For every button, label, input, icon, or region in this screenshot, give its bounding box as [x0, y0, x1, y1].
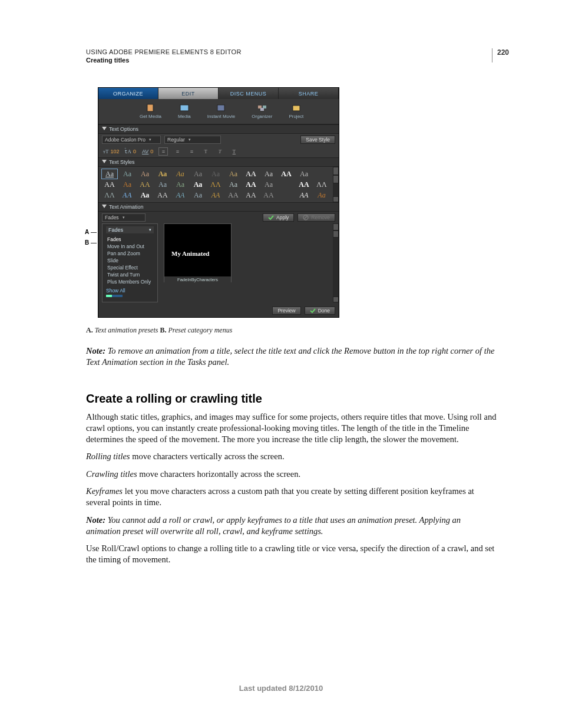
style-swatch[interactable]: Aa — [314, 190, 329, 200]
apply-button[interactable]: Apply — [263, 213, 294, 222]
svg-rect-8 — [293, 106, 300, 111]
style-swatch[interactable]: ΛΛ — [102, 190, 117, 200]
style-swatch[interactable]: Aa — [226, 180, 241, 189]
align-left-icon[interactable]: ≡ — [159, 148, 167, 155]
t-underline-icon[interactable]: T — [230, 148, 238, 155]
style-swatch[interactable]: AA — [208, 190, 223, 200]
style-swatch[interactable]: Aa — [155, 169, 170, 179]
tab-disc-menus[interactable]: DISC MENUS — [219, 88, 279, 99]
align-right-icon[interactable]: ≡ — [187, 148, 196, 155]
text-styles-grid: Aa Aa Aa Aa Aa Aa Aa Aa AA Aa AA Aa AA A… — [98, 167, 333, 202]
figure-caption: A. Text animation presets B. Preset cate… — [86, 326, 497, 335]
style-swatch[interactable]: AA — [137, 180, 153, 189]
style-swatch[interactable]: Aa — [296, 169, 312, 179]
text-styles-header[interactable]: Text Styles — [98, 157, 339, 167]
text-options-header[interactable]: Text Options — [98, 124, 339, 134]
category-item[interactable]: Slide — [106, 257, 154, 264]
get-media-button[interactable]: Get Media — [140, 104, 161, 119]
body-paragraph: Rolling titles move characters verticall… — [86, 451, 497, 462]
style-swatch[interactable]: Aa — [120, 169, 135, 179]
tab-organize[interactable]: ORGANIZE — [98, 88, 158, 99]
note-paragraph: Note: You cannot add a roll or crawl, or… — [86, 515, 497, 538]
preset-name-label: FadeInByCharacters — [164, 276, 231, 283]
style-swatch[interactable]: Aa — [173, 180, 188, 189]
style-swatch[interactable]: Aa — [190, 190, 206, 200]
twisty-down-icon — [102, 205, 107, 209]
prohibit-icon — [303, 215, 309, 220]
instant-movie-button[interactable]: Instant Movie — [207, 104, 236, 119]
screenshot-figure: A B ORGANIZE EDIT DISC MENUS SHARE Get M… — [98, 87, 348, 318]
style-swatch[interactable]: Aa — [137, 169, 153, 179]
style-swatch[interactable]: AA — [155, 190, 170, 200]
save-style-button[interactable]: Save Style — [300, 136, 335, 144]
body-paragraph: Use Roll/Crawl options to change a rolli… — [86, 543, 497, 566]
align-center-icon[interactable]: ≡ — [173, 148, 181, 155]
style-swatch[interactable]: Aa — [190, 169, 206, 179]
text-animation-header[interactable]: Text Animation — [98, 202, 339, 212]
style-swatch[interactable]: Aa — [208, 169, 223, 179]
kerning-field[interactable]: AV 0 — [142, 149, 153, 154]
animation-preview-tile[interactable]: My Animated FadeInByCharacters — [164, 223, 232, 282]
show-all-link[interactable]: Show All — [106, 288, 154, 294]
style-swatch[interactable]: AA — [243, 169, 259, 179]
style-swatch[interactable]: Aa — [261, 180, 276, 189]
animation-category-select[interactable]: Fades▾ — [102, 213, 146, 222]
done-button[interactable]: Done — [305, 307, 335, 315]
toolbar-icons: Get Media Media Instant Movie Organizer … — [98, 99, 339, 124]
body-paragraph: Keyframes let you move characters across… — [86, 486, 497, 509]
style-swatch[interactable]: Aa — [120, 180, 135, 189]
tab-share[interactable]: SHARE — [279, 88, 339, 99]
style-swatch[interactable]: AA — [226, 190, 241, 200]
category-dropdown-open[interactable]: Fades▾ — [106, 226, 154, 233]
doc-title: USING ADOBE PREMIERE ELEMENTS 8 EDITOR — [86, 48, 497, 55]
style-swatch[interactable]: Aa — [261, 169, 276, 179]
style-swatch[interactable]: AA — [296, 190, 312, 200]
style-swatch[interactable]: Aa — [137, 190, 153, 200]
svg-rect-7 — [260, 108, 264, 111]
project-button[interactable]: Project — [289, 104, 303, 119]
organizer-button[interactable]: Organizer — [252, 104, 272, 119]
panel-footer: Preview Done — [98, 305, 339, 317]
media-button[interactable]: Media — [178, 104, 191, 119]
category-item[interactable]: Twist and Turn — [106, 271, 154, 278]
animation-body: Fades▾ Fades Move In and Out Pan and Zoo… — [98, 223, 339, 305]
style-swatch[interactable]: AA — [120, 190, 135, 200]
category-item[interactable]: Special Effect — [106, 264, 154, 271]
weight-select[interactable]: Regular▾ — [164, 136, 221, 144]
style-swatch[interactable]: AA — [261, 190, 276, 200]
leading-field[interactable]: t̂A 0 — [125, 149, 136, 154]
style-swatch[interactable]: AA — [102, 180, 117, 189]
svg-rect-4 — [217, 105, 224, 111]
style-swatch[interactable]: AA — [279, 169, 294, 179]
font-row: Adobe Caslon Pro▾ Regular▾ Save Style — [98, 134, 339, 146]
t-regular-icon[interactable]: T — [201, 148, 210, 155]
style-swatch[interactable]: Aa — [155, 180, 170, 189]
style-swatch[interactable]: AA — [173, 190, 188, 200]
t-italic-icon[interactable]: T — [216, 148, 224, 155]
style-swatch[interactable]: Aa — [102, 169, 117, 179]
style-swatch[interactable]: AA — [296, 180, 312, 189]
font-select[interactable]: Adobe Caslon Pro▾ — [102, 136, 161, 144]
organizer-icon — [257, 104, 267, 112]
style-swatch[interactable]: Aa — [190, 180, 206, 189]
note-paragraph: Note: To remove an animation from a titl… — [86, 345, 497, 368]
tab-edit[interactable]: EDIT — [158, 88, 219, 99]
style-swatch[interactable]: Aa — [173, 169, 188, 179]
preview-button[interactable]: Preview — [272, 307, 300, 315]
category-item[interactable]: Fades — [106, 236, 154, 243]
style-swatch[interactable]: ΛΛ — [208, 180, 223, 189]
style-swatch[interactable]: AA — [243, 180, 259, 189]
category-item[interactable]: Plus Members Only — [106, 278, 154, 285]
category-item[interactable]: Pan and Zoom — [106, 250, 154, 257]
check-icon — [310, 308, 316, 313]
film-icon — [146, 104, 155, 112]
style-swatch[interactable]: Aa — [226, 169, 241, 179]
style-swatch[interactable]: ΛΛ — [314, 180, 329, 189]
animation-scrollbar[interactable] — [333, 223, 339, 302]
category-item[interactable]: Move In and Out — [106, 243, 154, 250]
style-swatch[interactable]: AA — [243, 190, 259, 200]
animation-categories: Fades▾ Fades Move In and Out Pan and Zoo… — [102, 223, 158, 302]
remove-button[interactable]: Remove — [297, 213, 335, 222]
styles-scrollbar[interactable] — [333, 167, 339, 202]
font-size-field[interactable]: тT 102 — [103, 149, 119, 154]
